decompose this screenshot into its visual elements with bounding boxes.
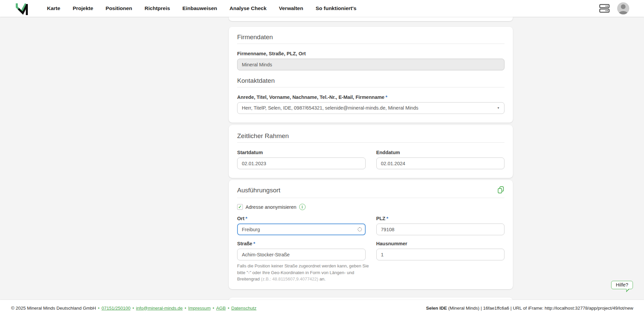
nav-item-positionen[interactable]: Positionen — [106, 5, 132, 11]
contact-field-label-text: Anrede, Titel, Vorname, Nachname, Tel.-N… — [237, 94, 384, 100]
ort-label-text: Ort — [237, 216, 245, 221]
required-marker: * — [385, 94, 387, 100]
server-icon[interactable] — [599, 3, 610, 13]
avatar-body-icon — [619, 11, 628, 14]
strasse-helper-text: Falls die Position keiner Straße zugeord… — [237, 263, 371, 282]
plz-input[interactable] — [376, 224, 505, 235]
contact-select-value: Herr, TitelP, Selen, IDE, 0987/654321, s… — [242, 105, 418, 111]
company-field-label: Firmenname, Straße, PLZ, Ort — [237, 51, 504, 56]
plz-label-text: PLZ — [376, 216, 385, 221]
nav-item-einbauweisen[interactable]: Einbauweisen — [182, 5, 217, 11]
required-marker: * — [246, 216, 248, 221]
contact-field-label: Anrede, Titel, Vorname, Nachname, Tel.-N… — [237, 94, 504, 100]
nav-item-projekte[interactable]: Projekte — [73, 5, 93, 11]
card-partial-top — [229, 17, 513, 21]
ort-input[interactable] — [237, 224, 366, 235]
required-marker: * — [386, 216, 388, 221]
nav-item-so-funktionierts[interactable]: So funktioniert's — [316, 5, 357, 11]
nav-item-richtpreis[interactable]: Richtpreis — [145, 5, 170, 11]
zeitraum-title: Zeitlicher Rahmen — [237, 132, 504, 140]
separator-dot: • — [132, 306, 134, 311]
separator-dot: • — [228, 306, 229, 311]
status-detail: (Mineral Minds) | 16fae1ffc6a6 | URL of … — [447, 306, 633, 311]
avatar-head-icon — [621, 4, 626, 9]
footer: © 2025 Mineral Minds Deutschland GmbH • … — [0, 300, 644, 316]
startdatum-label: Startdatum — [237, 150, 366, 155]
help-button[interactable]: Hilfe? — [611, 281, 633, 289]
separator-dot: • — [98, 306, 100, 311]
nav-item-analyse-check[interactable]: Analyse Check — [229, 5, 266, 11]
user-avatar[interactable] — [617, 2, 629, 14]
copyright-text: © 2025 Mineral Minds Deutschland GmbH — [11, 306, 96, 311]
footer-link-datenschutz[interactable]: Datenschutz — [231, 306, 257, 311]
helper-example: (z.B.: 48.8115607,9.4077422) — [261, 276, 318, 281]
info-icon[interactable]: i — [299, 204, 306, 210]
startdatum-input[interactable] — [237, 157, 366, 169]
strasse-label-text: Straße — [237, 241, 252, 246]
loading-spinner-icon — [358, 227, 362, 232]
footer-status: Selen IDE (Mineral Minds) | 16fae1ffc6a6… — [426, 306, 633, 311]
chevron-down-icon: ▼ — [497, 103, 500, 114]
plz-label: PLZ* — [376, 216, 505, 221]
enddatum-input[interactable] — [376, 157, 505, 169]
strasse-label: Straße* — [237, 241, 366, 246]
separator-dot: • — [185, 306, 186, 311]
status-app-name: Selen IDE — [426, 306, 447, 311]
navbar-right — [599, 2, 629, 14]
nav-item-karte[interactable]: Karte — [47, 5, 60, 11]
ort-label: Ort* — [237, 216, 366, 221]
separator-dot: • — [213, 306, 214, 311]
firmendaten-title: Firmendaten — [237, 34, 504, 41]
enddatum-label: Enddatum — [376, 150, 505, 155]
mineral-minds-logo-icon[interactable] — [14, 1, 30, 15]
card-firmendaten: Firmendaten Firmenname, Straße, PLZ, Ort… — [229, 27, 513, 123]
copy-icon[interactable] — [497, 186, 504, 195]
helper-text-after: an. — [318, 276, 326, 281]
divider — [237, 44, 504, 44]
check-icon: ✓ — [238, 205, 242, 209]
hausnummer-label: Hausnummer — [376, 241, 505, 246]
top-navbar: Karte Projekte Positionen Richtpreis Ein… — [0, 0, 644, 17]
card-ausfuehrungsort: Ausführungsort ✓ Adresse anonymisieren i… — [229, 180, 513, 289]
footer-link-impressum[interactable]: Impressum — [188, 306, 211, 311]
footer-link-phone[interactable]: 07151/250100 — [102, 306, 130, 311]
strasse-input[interactable] — [237, 249, 366, 260]
footer-left: © 2025 Mineral Minds Deutschland GmbH • … — [11, 306, 257, 311]
anonymize-checkbox[interactable]: ✓ — [237, 204, 243, 210]
divider — [237, 142, 504, 143]
divider — [237, 87, 504, 87]
required-marker: * — [253, 241, 255, 246]
main-menu: Karte Projekte Positionen Richtpreis Ein… — [47, 5, 357, 11]
ausfuehrungsort-title: Ausführungsort — [237, 187, 280, 194]
hausnummer-input[interactable] — [376, 249, 505, 260]
contact-select[interactable]: Herr, TitelP, Selen, IDE, 0987/654321, s… — [237, 102, 504, 114]
kontaktdaten-title: Kontaktdaten — [237, 77, 504, 84]
card-zeitlicher-rahmen: Zeitlicher Rahmen Startdatum Enddatum — [229, 125, 513, 178]
nav-item-verwalten[interactable]: Verwalten — [279, 5, 303, 11]
company-field — [237, 59, 504, 70]
anonymize-label: Adresse anonymisieren — [246, 204, 297, 210]
footer-link-email[interactable]: info@mineral-minds.de — [136, 306, 183, 311]
footer-link-agb[interactable]: AGB — [216, 306, 226, 311]
